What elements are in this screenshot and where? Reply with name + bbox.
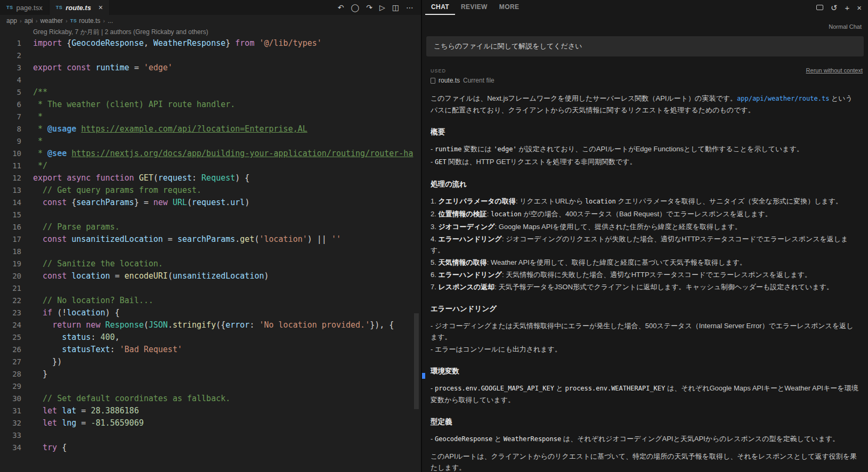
code-line[interactable]: 19 // Sanitize the location. — [0, 258, 421, 270]
code-line[interactable]: 23 if (!location) { — [0, 307, 421, 319]
code-line[interactable]: 34 try { — [0, 442, 421, 454]
chat-tab-more[interactable]: MORE — [493, 0, 525, 15]
editor-tab-page.tsx[interactable]: TSpage.tsx — [0, 0, 50, 15]
more-actions-icon[interactable]: ⋯ — [406, 3, 413, 12]
code-line[interactable]: 14 const {searchParams} = new URL(reques… — [0, 197, 421, 209]
line-number: 15 — [0, 209, 21, 221]
code-line[interactable]: 6 * The weather (client) API route handl… — [0, 99, 421, 111]
line-content: /** — [21, 86, 47, 99]
code-line[interactable]: 10 * @see https://nextjs.org/docs/app/bu… — [0, 148, 421, 160]
line-content: const unsanitizedLocation = searchParams… — [21, 233, 341, 246]
line-number: 24 — [0, 319, 21, 331]
line-number: 2 — [0, 50, 21, 62]
list-item: 3. ジオコーディング: Google Maps APIを使用して、提供された住… — [431, 221, 859, 232]
code-line[interactable]: 20 const location = encodeURI(unsanitize… — [0, 270, 421, 282]
code-line[interactable]: 25 status: 400, — [0, 331, 421, 344]
code-line[interactable]: 29 — [0, 380, 421, 393]
code-line[interactable]: 7 * — [0, 111, 421, 123]
editor-pane: TSpage.tsxTSroute.ts× ↶◯↷▷◫⋯ app›api›wea… — [0, 0, 421, 472]
close-tab-icon[interactable]: × — [99, 4, 103, 11]
code-line[interactable]: 18 — [0, 246, 421, 258]
list-item: 5. 天気情報の取得: Weather APIを使用して、取得した緯度と経度に基… — [431, 257, 859, 268]
code-line[interactable]: 2 — [0, 50, 421, 62]
editor-scrollbar[interactable] — [414, 313, 419, 409]
code-line[interactable]: 11 */ — [0, 160, 421, 172]
section-heading: 概要 — [431, 126, 859, 137]
run-file-icon[interactable]: ▷ — [379, 3, 385, 12]
code-line[interactable]: 24 return new Response(JSON.stringify({e… — [0, 319, 421, 331]
code-line[interactable]: 27 }) — [0, 356, 421, 368]
breadcrumb-item-0[interactable]: app — [6, 17, 17, 25]
line-content: } — [21, 368, 47, 380]
code-line[interactable]: 3export const runtime = 'edge' — [0, 62, 421, 74]
list-item: - ジオコーディングまたは天気情報取得中にエラーが発生した場合、500ステータス… — [431, 320, 859, 343]
rerun-without-context-link[interactable]: Rerun without context — [806, 67, 863, 74]
code-line[interactable]: 21 — [0, 282, 421, 295]
code-line[interactable]: 5/** — [0, 86, 421, 99]
tab-label: route.ts — [66, 4, 91, 12]
tab-label: page.tsx — [17, 4, 43, 12]
assistant-response: このファイルは、Next.jsフレームワークを使用したサーバーレス関数（APIル… — [422, 84, 868, 472]
history-icon[interactable]: ↺ — [831, 4, 838, 12]
line-content: statusText: 'Bad Request' — [21, 344, 182, 356]
code-line[interactable]: 26 statusText: 'Bad Request' — [0, 344, 421, 356]
line-number: 5 — [0, 86, 21, 99]
code-editor[interactable]: Greg Rickaby, 7 か月前 | 2 authors (Greg Ri… — [0, 27, 421, 454]
editor-tabs: TSpage.tsxTSroute.ts× — [0, 0, 110, 15]
list-item: 4. エラーハンドリング: ジオコーディングのリクエストが失敗した場合、適切なH… — [431, 233, 859, 256]
split-editor-icon[interactable]: ◫ — [392, 3, 399, 12]
code-line[interactable]: 28 } — [0, 368, 421, 380]
breadcrumb-item-4[interactable]: ... — [108, 17, 113, 25]
line-number: 31 — [0, 405, 21, 417]
chat-tab-chat[interactable]: CHAT — [425, 0, 455, 15]
code-line[interactable]: 30 // Set default coordinates as fallbac… — [0, 393, 421, 405]
line-number: 10 — [0, 148, 21, 160]
code-line[interactable]: 9 * — [0, 135, 421, 148]
line-number: 12 — [0, 172, 21, 184]
line-content: }) — [21, 356, 62, 368]
line-number: 22 — [0, 295, 21, 307]
line-number: 3 — [0, 62, 21, 74]
editor-tab-route.ts[interactable]: TSroute.ts× — [50, 0, 110, 15]
chat-tab-review[interactable]: REVIEW — [455, 0, 493, 15]
line-content — [21, 429, 33, 442]
breadcrumb-item-3[interactable]: TSroute.ts — [70, 17, 101, 25]
code-line[interactable]: 22 // No location? Bail... — [0, 295, 421, 307]
code-line[interactable]: 16 // Parse params. — [0, 221, 421, 233]
code-line[interactable]: 8 * @usage https://example.com/api/?loca… — [0, 123, 421, 135]
breadcrumb[interactable]: app›api›weather›TSroute.ts›... — [0, 15, 421, 27]
line-number: 16 — [0, 221, 21, 233]
paragraph: このファイルは、Next.jsフレームワークを使用したサーバーレス関数（APIル… — [431, 93, 859, 116]
line-content: // Sanitize the location. — [21, 258, 163, 270]
code-line[interactable]: 15 — [0, 209, 421, 221]
codelens-blame[interactable]: Greg Rickaby, 7 か月前 | 2 authors (Greg Ri… — [0, 27, 421, 37]
nav-forward-icon[interactable]: ↷ — [366, 3, 372, 12]
line-content — [21, 209, 33, 221]
code-line[interactable]: 12export async function GET(request: Req… — [0, 172, 421, 184]
line-content: * — [21, 111, 43, 123]
line-content — [21, 380, 33, 393]
code-line[interactable]: 31 let lat = 28.3886186 — [0, 405, 421, 417]
list-item: 1. クエリパラメータの取得: リクエストURLから location クエリパ… — [431, 196, 859, 207]
code-line[interactable]: 1import {GeocodeResponse, WeatherRespons… — [0, 37, 421, 50]
breadcrumb-item-1[interactable]: api — [25, 17, 33, 25]
context-file-chip[interactable]: route.ts Current file — [422, 74, 868, 84]
code-line[interactable]: 32 let lng = -81.5659069 — [0, 417, 421, 429]
line-content: // Get query params from request. — [21, 184, 201, 197]
breadcrumb-item-2[interactable]: weather — [40, 17, 63, 25]
code-line[interactable]: 13 // Get query params from request. — [0, 184, 421, 197]
open-in-window-icon[interactable] — [816, 5, 823, 10]
code-line[interactable]: 4 — [0, 74, 421, 86]
line-content: const {searchParams} = new URL(request.u… — [21, 197, 249, 209]
code-line[interactable]: 33 — [0, 429, 421, 442]
line-number: 30 — [0, 393, 21, 405]
close-panel-icon[interactable]: × — [857, 4, 862, 12]
code-line[interactable]: 17 const unsanitizedLocation = searchPar… — [0, 233, 421, 246]
new-chat-icon[interactable]: + — [845, 4, 849, 12]
line-number: 34 — [0, 442, 21, 454]
nav-back-icon[interactable]: ↶ — [338, 3, 344, 12]
line-content: * @usage https://example.com/api/?locati… — [21, 123, 307, 135]
timeline-icon[interactable]: ◯ — [351, 3, 360, 12]
line-content: let lng = -81.5659069 — [21, 417, 144, 429]
line-number: 18 — [0, 246, 21, 258]
